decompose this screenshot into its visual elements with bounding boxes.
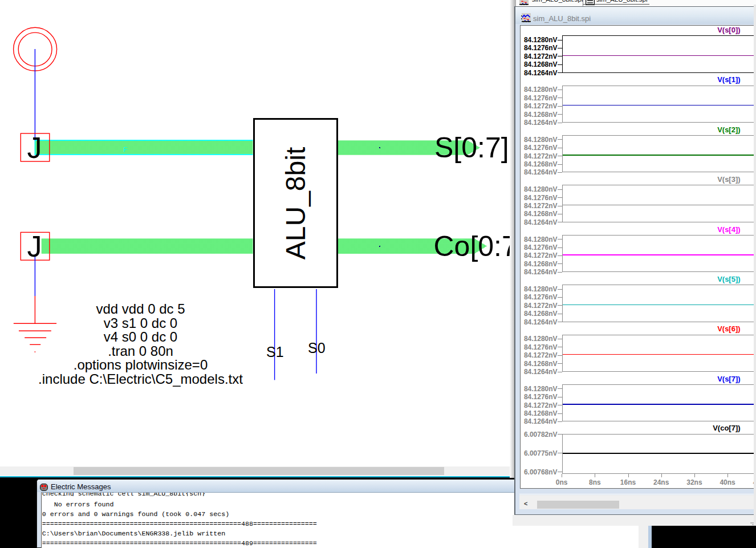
svg-text:F: F — [124, 146, 128, 153]
